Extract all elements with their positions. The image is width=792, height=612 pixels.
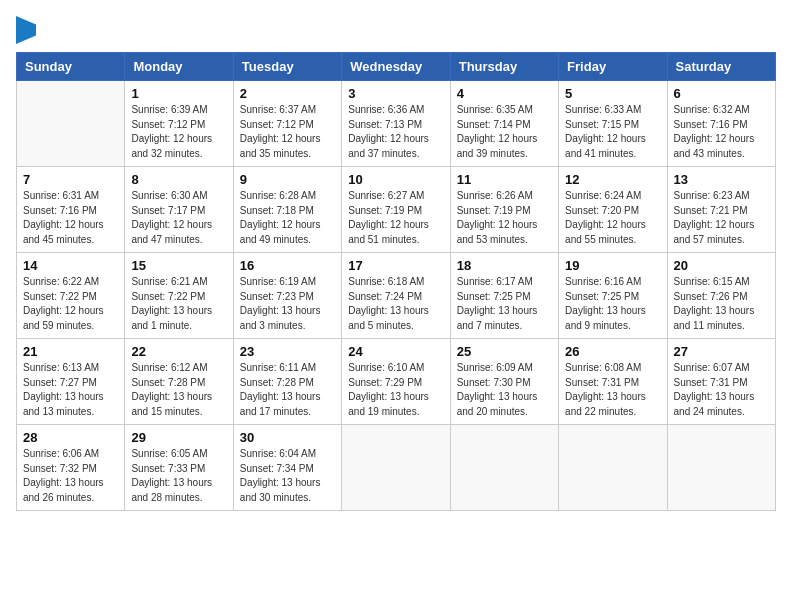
day-info: Sunrise: 6:06 AM Sunset: 7:32 PM Dayligh… <box>23 447 118 505</box>
day-number: 6 <box>674 86 769 101</box>
col-header-friday: Friday <box>559 53 667 81</box>
col-header-thursday: Thursday <box>450 53 558 81</box>
day-info: Sunrise: 6:09 AM Sunset: 7:30 PM Dayligh… <box>457 361 552 419</box>
day-number: 21 <box>23 344 118 359</box>
day-number: 8 <box>131 172 226 187</box>
day-number: 19 <box>565 258 660 273</box>
logo <box>16 16 40 44</box>
calendar-cell: 24Sunrise: 6:10 AM Sunset: 7:29 PM Dayli… <box>342 339 450 425</box>
day-number: 23 <box>240 344 335 359</box>
day-number: 22 <box>131 344 226 359</box>
day-info: Sunrise: 6:07 AM Sunset: 7:31 PM Dayligh… <box>674 361 769 419</box>
calendar-cell: 4Sunrise: 6:35 AM Sunset: 7:14 PM Daylig… <box>450 81 558 167</box>
calendar-cell: 13Sunrise: 6:23 AM Sunset: 7:21 PM Dayli… <box>667 167 775 253</box>
calendar-cell: 12Sunrise: 6:24 AM Sunset: 7:20 PM Dayli… <box>559 167 667 253</box>
day-info: Sunrise: 6:30 AM Sunset: 7:17 PM Dayligh… <box>131 189 226 247</box>
day-info: Sunrise: 6:31 AM Sunset: 7:16 PM Dayligh… <box>23 189 118 247</box>
day-number: 28 <box>23 430 118 445</box>
day-number: 7 <box>23 172 118 187</box>
day-number: 14 <box>23 258 118 273</box>
day-number: 16 <box>240 258 335 273</box>
calendar-cell: 20Sunrise: 6:15 AM Sunset: 7:26 PM Dayli… <box>667 253 775 339</box>
day-number: 2 <box>240 86 335 101</box>
calendar-cell: 14Sunrise: 6:22 AM Sunset: 7:22 PM Dayli… <box>17 253 125 339</box>
calendar-cell: 5Sunrise: 6:33 AM Sunset: 7:15 PM Daylig… <box>559 81 667 167</box>
calendar-cell: 10Sunrise: 6:27 AM Sunset: 7:19 PM Dayli… <box>342 167 450 253</box>
day-info: Sunrise: 6:19 AM Sunset: 7:23 PM Dayligh… <box>240 275 335 333</box>
day-info: Sunrise: 6:36 AM Sunset: 7:13 PM Dayligh… <box>348 103 443 161</box>
day-info: Sunrise: 6:26 AM Sunset: 7:19 PM Dayligh… <box>457 189 552 247</box>
day-info: Sunrise: 6:39 AM Sunset: 7:12 PM Dayligh… <box>131 103 226 161</box>
day-number: 27 <box>674 344 769 359</box>
calendar-cell: 26Sunrise: 6:08 AM Sunset: 7:31 PM Dayli… <box>559 339 667 425</box>
day-info: Sunrise: 6:08 AM Sunset: 7:31 PM Dayligh… <box>565 361 660 419</box>
day-number: 4 <box>457 86 552 101</box>
day-number: 10 <box>348 172 443 187</box>
day-number: 24 <box>348 344 443 359</box>
logo-icon <box>16 16 36 44</box>
day-info: Sunrise: 6:33 AM Sunset: 7:15 PM Dayligh… <box>565 103 660 161</box>
day-number: 5 <box>565 86 660 101</box>
calendar-cell: 23Sunrise: 6:11 AM Sunset: 7:28 PM Dayli… <box>233 339 341 425</box>
day-info: Sunrise: 6:12 AM Sunset: 7:28 PM Dayligh… <box>131 361 226 419</box>
calendar-cell: 6Sunrise: 6:32 AM Sunset: 7:16 PM Daylig… <box>667 81 775 167</box>
day-number: 26 <box>565 344 660 359</box>
day-number: 9 <box>240 172 335 187</box>
day-info: Sunrise: 6:18 AM Sunset: 7:24 PM Dayligh… <box>348 275 443 333</box>
day-number: 17 <box>348 258 443 273</box>
calendar-week-4: 21Sunrise: 6:13 AM Sunset: 7:27 PM Dayli… <box>17 339 776 425</box>
calendar-cell <box>342 425 450 511</box>
day-info: Sunrise: 6:27 AM Sunset: 7:19 PM Dayligh… <box>348 189 443 247</box>
calendar-cell: 18Sunrise: 6:17 AM Sunset: 7:25 PM Dayli… <box>450 253 558 339</box>
day-info: Sunrise: 6:13 AM Sunset: 7:27 PM Dayligh… <box>23 361 118 419</box>
calendar-cell: 11Sunrise: 6:26 AM Sunset: 7:19 PM Dayli… <box>450 167 558 253</box>
col-header-wednesday: Wednesday <box>342 53 450 81</box>
day-info: Sunrise: 6:23 AM Sunset: 7:21 PM Dayligh… <box>674 189 769 247</box>
calendar-cell: 1Sunrise: 6:39 AM Sunset: 7:12 PM Daylig… <box>125 81 233 167</box>
day-number: 18 <box>457 258 552 273</box>
day-number: 29 <box>131 430 226 445</box>
calendar-cell: 30Sunrise: 6:04 AM Sunset: 7:34 PM Dayli… <box>233 425 341 511</box>
day-info: Sunrise: 6:28 AM Sunset: 7:18 PM Dayligh… <box>240 189 335 247</box>
calendar-cell: 27Sunrise: 6:07 AM Sunset: 7:31 PM Dayli… <box>667 339 775 425</box>
calendar-cell: 29Sunrise: 6:05 AM Sunset: 7:33 PM Dayli… <box>125 425 233 511</box>
col-header-monday: Monday <box>125 53 233 81</box>
calendar-cell: 3Sunrise: 6:36 AM Sunset: 7:13 PM Daylig… <box>342 81 450 167</box>
calendar-cell <box>667 425 775 511</box>
calendar-cell: 7Sunrise: 6:31 AM Sunset: 7:16 PM Daylig… <box>17 167 125 253</box>
calendar-cell: 19Sunrise: 6:16 AM Sunset: 7:25 PM Dayli… <box>559 253 667 339</box>
day-info: Sunrise: 6:04 AM Sunset: 7:34 PM Dayligh… <box>240 447 335 505</box>
day-info: Sunrise: 6:15 AM Sunset: 7:26 PM Dayligh… <box>674 275 769 333</box>
calendar-cell <box>17 81 125 167</box>
calendar-week-5: 28Sunrise: 6:06 AM Sunset: 7:32 PM Dayli… <box>17 425 776 511</box>
day-info: Sunrise: 6:32 AM Sunset: 7:16 PM Dayligh… <box>674 103 769 161</box>
header <box>16 16 776 44</box>
day-info: Sunrise: 6:16 AM Sunset: 7:25 PM Dayligh… <box>565 275 660 333</box>
day-info: Sunrise: 6:24 AM Sunset: 7:20 PM Dayligh… <box>565 189 660 247</box>
day-info: Sunrise: 6:11 AM Sunset: 7:28 PM Dayligh… <box>240 361 335 419</box>
day-info: Sunrise: 6:10 AM Sunset: 7:29 PM Dayligh… <box>348 361 443 419</box>
day-number: 30 <box>240 430 335 445</box>
day-info: Sunrise: 6:05 AM Sunset: 7:33 PM Dayligh… <box>131 447 226 505</box>
col-header-tuesday: Tuesday <box>233 53 341 81</box>
calendar-cell: 15Sunrise: 6:21 AM Sunset: 7:22 PM Dayli… <box>125 253 233 339</box>
calendar: SundayMondayTuesdayWednesdayThursdayFrid… <box>16 52 776 511</box>
col-header-sunday: Sunday <box>17 53 125 81</box>
calendar-cell: 22Sunrise: 6:12 AM Sunset: 7:28 PM Dayli… <box>125 339 233 425</box>
calendar-cell: 25Sunrise: 6:09 AM Sunset: 7:30 PM Dayli… <box>450 339 558 425</box>
calendar-cell: 17Sunrise: 6:18 AM Sunset: 7:24 PM Dayli… <box>342 253 450 339</box>
day-number: 1 <box>131 86 226 101</box>
day-number: 15 <box>131 258 226 273</box>
calendar-cell <box>559 425 667 511</box>
day-number: 13 <box>674 172 769 187</box>
calendar-cell <box>450 425 558 511</box>
day-info: Sunrise: 6:22 AM Sunset: 7:22 PM Dayligh… <box>23 275 118 333</box>
day-info: Sunrise: 6:37 AM Sunset: 7:12 PM Dayligh… <box>240 103 335 161</box>
day-info: Sunrise: 6:21 AM Sunset: 7:22 PM Dayligh… <box>131 275 226 333</box>
calendar-cell: 28Sunrise: 6:06 AM Sunset: 7:32 PM Dayli… <box>17 425 125 511</box>
calendar-cell: 9Sunrise: 6:28 AM Sunset: 7:18 PM Daylig… <box>233 167 341 253</box>
day-info: Sunrise: 6:17 AM Sunset: 7:25 PM Dayligh… <box>457 275 552 333</box>
day-number: 25 <box>457 344 552 359</box>
calendar-cell: 16Sunrise: 6:19 AM Sunset: 7:23 PM Dayli… <box>233 253 341 339</box>
day-number: 11 <box>457 172 552 187</box>
